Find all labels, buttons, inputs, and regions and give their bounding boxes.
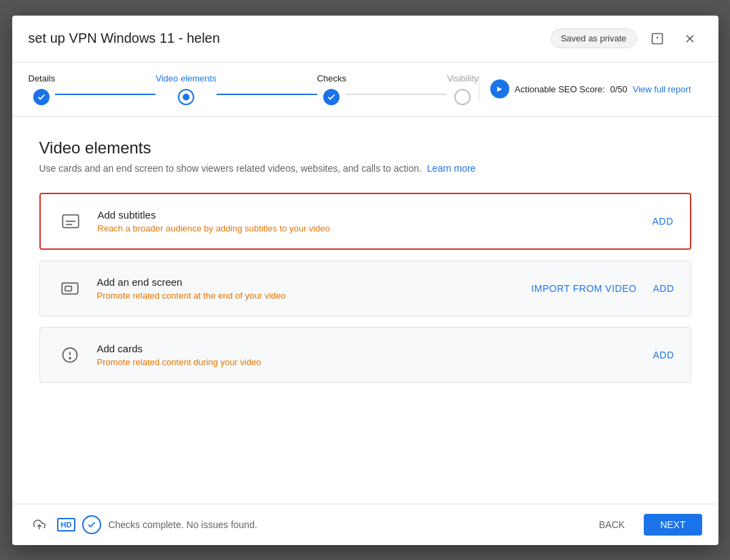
import-from-video-button[interactable]: IMPORT FROM VIDEO <box>531 283 636 294</box>
add-subtitles-button[interactable]: ADD <box>652 216 673 227</box>
upload-button[interactable] <box>29 514 50 536</box>
card-subtitles-desc: Reach a broader audience by adding subti… <box>98 223 639 234</box>
card-subtitles-title: Add subtitles <box>98 209 639 221</box>
steps-seo-bar: Details Video elements Checks <box>12 62 718 117</box>
step-checks: Checks <box>317 73 346 105</box>
card-end-screen-title: Add an end screen <box>97 276 518 288</box>
page-desc-text: Use cards and an end screen to show view… <box>39 163 422 174</box>
connector-1 <box>55 94 156 95</box>
seo-score-value: 0/50 <box>610 84 627 94</box>
check-icon <box>87 520 96 529</box>
saved-badge: Saved as private <box>551 29 637 48</box>
step-details-label: Details <box>29 73 56 83</box>
card-end-screen-body: Add an end screen Promote related conten… <box>97 276 518 301</box>
step-details-circle <box>33 89 50 105</box>
step-visibility: Visibility <box>447 73 479 105</box>
view-full-report-link[interactable]: View full report <box>633 84 691 94</box>
step-visibility-circle <box>454 89 471 105</box>
card-cards-body: Add cards Promote related content during… <box>97 343 640 367</box>
card-subtitles-body: Add subtitles Reach a broader audience b… <box>98 209 639 234</box>
card-cards-actions: ADD <box>653 350 674 360</box>
step-checks-circle <box>323 89 340 105</box>
card-end-screen-actions: IMPORT FROM VIDEO ADD <box>531 283 674 294</box>
seo-score-label: Actionable SEO Score: <box>515 84 605 94</box>
page-description: Use cards and an end screen to show view… <box>39 163 691 174</box>
active-dot <box>183 94 189 100</box>
card-subtitles-actions: ADD <box>652 216 673 227</box>
checkmark-icon <box>37 92 46 102</box>
subtitles-svg <box>61 212 80 231</box>
card-cards: Add cards Promote related content during… <box>39 327 691 383</box>
learn-more-link[interactable]: Learn more <box>427 163 476 174</box>
add-cards-button[interactable]: ADD <box>653 350 674 360</box>
step-checks-label: Checks <box>317 73 346 83</box>
step-visibility-label: Visibility <box>447 73 479 83</box>
step-video-label: Video elements <box>156 73 216 83</box>
close-icon <box>683 32 697 45</box>
card-subtitles: Add subtitles Reach a broader audience b… <box>39 193 691 250</box>
card-cards-desc: Promote related content during your vide… <box>97 357 640 367</box>
svg-point-12 <box>69 357 71 358</box>
cards-icon <box>56 341 84 369</box>
checkmark-icon-2 <box>327 92 336 102</box>
seo-score-text: Actionable SEO Score: 0/50 <box>515 84 627 94</box>
alert-icon <box>651 32 664 45</box>
svg-rect-9 <box>65 286 71 291</box>
cards-svg <box>60 346 79 365</box>
check-circle-icon <box>82 515 101 534</box>
upload-icon <box>33 519 45 531</box>
steps-nav: Details Video elements Checks <box>29 62 479 116</box>
endscreen-svg <box>60 279 79 298</box>
header-right: Saved as private <box>551 26 702 51</box>
endscreen-icon <box>56 275 84 302</box>
footer-left: HD Checks complete. No issues found. <box>29 514 581 536</box>
connector-2 <box>217 94 317 95</box>
back-button[interactable]: BACK <box>588 514 636 536</box>
step-video-elements: Video elements <box>156 73 216 105</box>
alert-button[interactable] <box>645 26 670 51</box>
modal-header: set up VPN Windows 11 - helen Saved as p… <box>12 16 718 62</box>
close-button[interactable] <box>678 26 702 51</box>
page-title: Video elements <box>39 138 691 157</box>
modal-container: set up VPN Windows 11 - helen Saved as p… <box>12 16 718 545</box>
step-video-circle <box>178 89 194 105</box>
modal-footer: HD Checks complete. No issues found. BAC… <box>12 504 718 545</box>
subtitles-icon <box>57 208 84 235</box>
seo-icon: ▶ <box>490 79 509 98</box>
hd-badge: HD <box>57 518 76 531</box>
add-end-screen-button[interactable]: ADD <box>653 283 674 294</box>
card-end-screen-desc: Promote related content at the end of yo… <box>97 291 518 301</box>
connector-3 <box>346 94 447 95</box>
step-details: Details <box>29 73 56 105</box>
modal-title: set up VPN Windows 11 - helen <box>29 31 220 46</box>
card-end-screen: Add an end screen Promote related conten… <box>39 261 691 316</box>
footer-status-text: Checks complete. No issues found. <box>108 519 257 530</box>
next-button[interactable]: NEXT <box>644 514 701 536</box>
modal-body: Video elements Use cards and an end scre… <box>12 117 718 504</box>
card-cards-title: Add cards <box>97 343 640 354</box>
svg-rect-8 <box>62 282 77 293</box>
footer-right: BACK NEXT <box>588 514 701 536</box>
seo-score-bar: ▶ Actionable SEO Score: 0/50 View full r… <box>479 75 702 102</box>
